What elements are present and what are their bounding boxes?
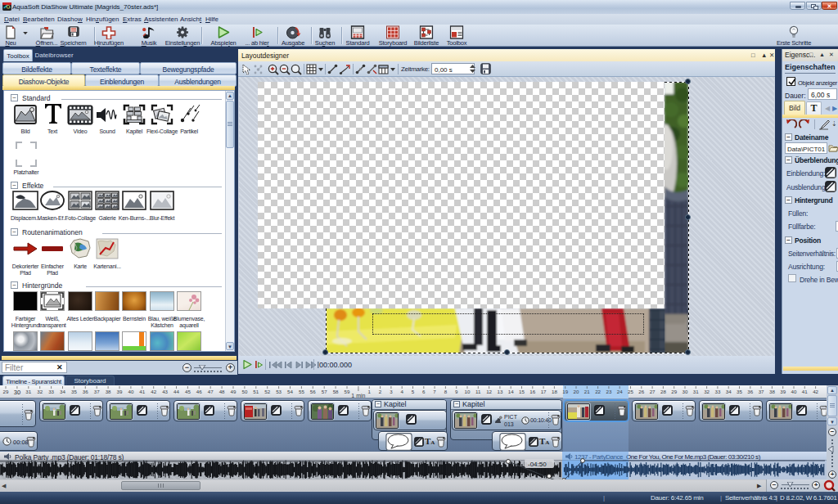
svg-text:20: 20 bbox=[574, 389, 579, 394]
svg-text:22: 22 bbox=[595, 389, 601, 394]
svg-text:15: 15 bbox=[519, 389, 525, 394]
svg-text:44: 44 bbox=[173, 389, 179, 394]
svg-text:30: 30 bbox=[14, 389, 20, 396]
svg-text:40: 40 bbox=[128, 389, 133, 394]
svg-text:31: 31 bbox=[693, 389, 699, 394]
svg-text:51: 51 bbox=[253, 389, 259, 394]
svg-text:28: 28 bbox=[660, 389, 666, 394]
svg-text:16: 16 bbox=[529, 389, 535, 394]
svg-text:32: 32 bbox=[37, 389, 43, 394]
svg-text:4: 4 bbox=[400, 389, 403, 394]
svg-text:50: 50 bbox=[241, 389, 247, 394]
svg-text:53: 53 bbox=[276, 389, 282, 394]
svg-text:56: 56 bbox=[310, 389, 316, 394]
svg-text:8: 8 bbox=[444, 389, 448, 394]
svg-text:33: 33 bbox=[714, 389, 720, 394]
svg-text:17: 17 bbox=[541, 389, 547, 394]
svg-text:49: 49 bbox=[231, 389, 237, 394]
svg-text:43: 43 bbox=[162, 389, 168, 394]
svg-text:32: 32 bbox=[704, 389, 710, 394]
svg-text:42: 42 bbox=[151, 389, 156, 394]
svg-text:24: 24 bbox=[617, 389, 623, 394]
svg-text:6: 6 bbox=[422, 389, 426, 394]
svg-text:19: 19 bbox=[562, 389, 568, 394]
svg-text:33: 33 bbox=[48, 389, 54, 394]
svg-text:37: 37 bbox=[759, 389, 764, 394]
svg-text:12: 12 bbox=[486, 389, 492, 394]
svg-text:3: 3 bbox=[390, 389, 393, 394]
svg-text:36: 36 bbox=[747, 389, 753, 394]
svg-text:42: 42 bbox=[813, 389, 818, 394]
svg-text:47: 47 bbox=[208, 389, 214, 394]
svg-text:38: 38 bbox=[106, 389, 111, 394]
svg-text:1 min: 1 min bbox=[351, 393, 365, 398]
svg-text:7: 7 bbox=[433, 389, 436, 394]
svg-text:48: 48 bbox=[219, 389, 225, 394]
svg-text:2: 2 bbox=[379, 389, 382, 394]
svg-text:21: 21 bbox=[584, 389, 590, 394]
svg-text:34: 34 bbox=[726, 389, 732, 394]
svg-text:55: 55 bbox=[299, 389, 304, 394]
svg-text:57: 57 bbox=[322, 389, 327, 394]
svg-text:30: 30 bbox=[683, 389, 688, 394]
svg-text:18: 18 bbox=[552, 389, 557, 394]
svg-text:11: 11 bbox=[475, 389, 481, 394]
svg-text:39: 39 bbox=[780, 389, 786, 394]
svg-text:9: 9 bbox=[455, 389, 458, 394]
svg-text:13: 13 bbox=[497, 389, 502, 394]
svg-text:36: 36 bbox=[83, 389, 88, 394]
svg-text:29: 29 bbox=[3, 389, 9, 394]
svg-text:38: 38 bbox=[769, 389, 775, 394]
svg-text:46: 46 bbox=[196, 389, 202, 394]
svg-text:35: 35 bbox=[71, 389, 77, 394]
svg-text:58: 58 bbox=[333, 389, 339, 394]
svg-text:45: 45 bbox=[185, 389, 191, 394]
svg-text:-04:50: -04:50 bbox=[528, 461, 547, 468]
svg-text:35: 35 bbox=[737, 389, 742, 394]
svg-text:41: 41 bbox=[139, 389, 145, 394]
svg-text:10: 10 bbox=[465, 389, 471, 394]
svg-text:52: 52 bbox=[264, 389, 270, 394]
svg-text:41: 41 bbox=[802, 389, 808, 394]
svg-text:54: 54 bbox=[287, 389, 293, 394]
svg-text:1: 1 bbox=[368, 389, 372, 394]
svg-text:40: 40 bbox=[791, 389, 797, 394]
svg-text:5: 5 bbox=[412, 389, 415, 394]
svg-text:39: 39 bbox=[117, 389, 123, 394]
svg-text:27: 27 bbox=[650, 389, 656, 394]
svg-text:29: 29 bbox=[671, 389, 677, 394]
svg-text:34: 34 bbox=[60, 389, 65, 394]
svg-text:37: 37 bbox=[94, 389, 100, 394]
svg-text:31: 31 bbox=[25, 389, 31, 394]
svg-text:25: 25 bbox=[628, 389, 633, 394]
svg-text:23: 23 bbox=[606, 389, 611, 394]
svg-text:26: 26 bbox=[638, 389, 644, 394]
svg-text:14: 14 bbox=[508, 389, 514, 394]
svg-text:59: 59 bbox=[345, 389, 350, 394]
